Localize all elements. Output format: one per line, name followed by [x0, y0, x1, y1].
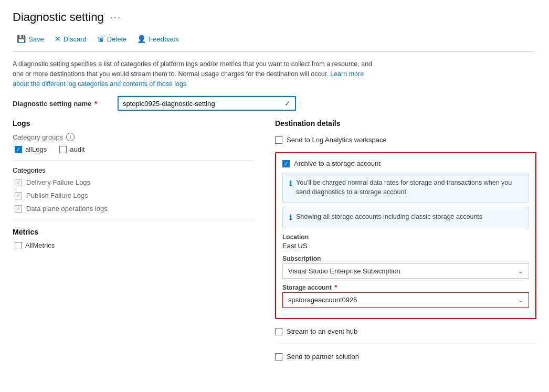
subscription-select[interactable]: Visual Studio Enterprise Subscription ⌄ [282, 263, 529, 279]
diagnostic-name-row: Diagnostic setting name * sptopic0925-di… [13, 96, 536, 111]
storage-account-field: Storage account * spstorageaccount0925 ⌄ [282, 284, 529, 308]
location-label: Location [282, 234, 529, 241]
audit-unchecked-icon [59, 146, 67, 153]
location-field: Location East US [282, 234, 529, 250]
save-icon: 💾 [17, 35, 26, 43]
category-groups-checkboxes: ✓ allLogs audit [15, 145, 254, 153]
allLogs-checked-icon: ✓ [15, 146, 22, 153]
storage-account-label: Storage account * [282, 284, 529, 291]
right-panel: Destination details Send to Log Analytic… [275, 119, 536, 369]
allMetrics-checkbox[interactable]: AllMetrics [15, 241, 55, 249]
allLogs-checkbox[interactable]: ✓ allLogs [15, 145, 47, 153]
toolbar: 💾 Save ✕ Discard 🗑 Delete 👤 Feedback [13, 33, 536, 52]
storage-account-select[interactable]: spstorageaccount0925 ⌄ [282, 292, 529, 308]
metrics-section-title: Metrics [13, 228, 254, 236]
diagnostic-name-input[interactable]: sptopic0925-diagnostic-setting ✓ [118, 96, 296, 111]
info-icon-2: ℹ [289, 213, 292, 223]
event-hub-option: Stream to an event hub [275, 324, 536, 338]
delete-button[interactable]: 🗑 Delete [93, 33, 131, 45]
trash-icon: 🗑 [97, 35, 104, 43]
metrics-checkboxes: AllMetrics [15, 241, 254, 249]
subscription-field: Subscription Visual Studio Enterprise Su… [282, 255, 529, 279]
partner-solution-label[interactable]: Send to partner solution [287, 353, 359, 361]
diagnostic-name-label: Diagnostic setting name * [13, 100, 118, 108]
save-button[interactable]: 💾 Save [13, 33, 48, 45]
data-plane-logs-item: ✓ Data plane operations logs [15, 205, 254, 213]
data-plane-checkbox-disabled-icon: ✓ [15, 205, 22, 213]
archive-header: ✓ Archive to a storage account [282, 160, 529, 167]
discard-button[interactable]: ✕ Discard [50, 33, 91, 45]
description-text: A diagnostic setting specifies a list of… [13, 59, 380, 89]
validation-check-icon: ✓ [284, 99, 291, 108]
feedback-button[interactable]: 👤 Feedback [133, 33, 183, 45]
required-indicator: * [94, 100, 97, 108]
page-title-dots: ··· [110, 12, 121, 23]
archive-storage-box: ✓ Archive to a storage account ℹ You'll … [275, 152, 536, 319]
delivery-failure-logs-item: ✓ Delivery Failure Logs [15, 178, 254, 186]
category-groups-label: Category groups i [13, 133, 254, 141]
partner-solution-checkbox-icon [275, 353, 282, 361]
log-analytics-checkbox-icon [275, 136, 282, 144]
event-hub-divider [275, 344, 536, 344]
logs-section-title: Logs [13, 119, 254, 128]
publish-failure-logs-item: ✓ Publish Failure Logs [15, 192, 254, 199]
allMetrics-unchecked-icon [15, 242, 22, 249]
logs-metrics-divider [13, 219, 254, 219]
event-hub-checkbox-icon [275, 328, 282, 335]
delivery-failure-checkbox-disabled-icon: ✓ [15, 179, 22, 186]
metrics-section: Metrics AllMetrics [13, 228, 254, 249]
storage-required-indicator: * [334, 284, 337, 291]
storage-accounts-info-banner: ℹ Showing all storage accounts including… [282, 207, 529, 228]
logs-divider [13, 161, 254, 161]
main-content: Logs Category groups i ✓ allLogs audit C… [13, 119, 536, 369]
archive-storage-label[interactable]: Archive to a storage account [294, 160, 381, 167]
storage-charge-info-banner: ℹ You'll be charged normal data rates fo… [282, 173, 529, 203]
categories-title: Categories [13, 166, 254, 174]
feedback-icon: 👤 [137, 35, 146, 43]
left-panel: Logs Category groups i ✓ allLogs audit C… [13, 119, 254, 369]
subscription-label: Subscription [282, 255, 529, 262]
event-hub-label[interactable]: Stream to an event hub [287, 327, 357, 335]
archive-storage-checkbox-icon[interactable]: ✓ [282, 160, 290, 167]
categories-section: Categories ✓ Delivery Failure Logs ✓ Pub… [13, 166, 254, 213]
storage-account-chevron-icon: ⌄ [518, 296, 523, 304]
audit-checkbox[interactable]: audit [59, 145, 85, 153]
info-icon-1: ℹ [289, 179, 292, 188]
page-title: Diagnostic setting [13, 10, 104, 24]
destination-section-title: Destination details [275, 119, 536, 128]
page-header: Diagnostic setting ··· [13, 10, 536, 24]
subscription-chevron-icon: ⌄ [518, 268, 523, 275]
close-icon: ✕ [55, 35, 61, 43]
log-analytics-option: Send to Log Analytics workspace [275, 133, 536, 147]
category-groups-info-icon[interactable]: i [66, 133, 75, 141]
partner-solution-option: Send to partner solution [275, 349, 536, 364]
location-value: East US [282, 242, 529, 250]
publish-failure-checkbox-disabled-icon: ✓ [15, 192, 22, 199]
